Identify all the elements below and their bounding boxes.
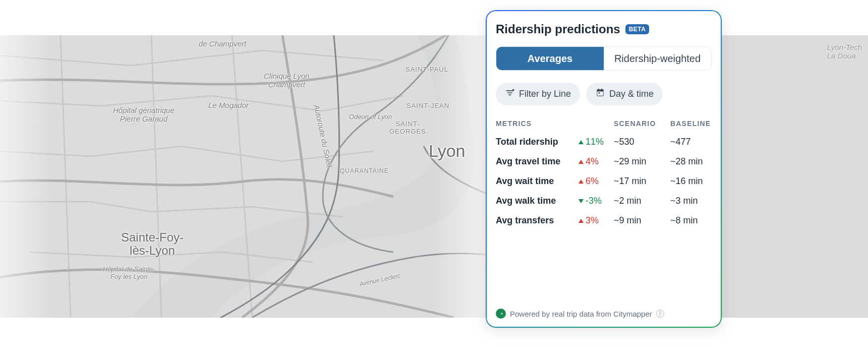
table-row: Avg walk time-3%~2 min~3 min — [496, 196, 712, 206]
map-label-lyontech: Lyon-Tech La Doua — [827, 43, 862, 60]
baseline-value: ~8 min — [670, 215, 721, 226]
globe-icon — [656, 310, 664, 318]
panel-title-row: Ridership predictions BETA — [496, 22, 712, 36]
table-row: Avg travel time4%~29 min~28 min — [496, 156, 712, 167]
panel-footer: Powered by real trip data from Citymappe… — [496, 309, 664, 319]
map-canvas[interactable]: de Champvert Clinique Lyon Champvert Le … — [0, 35, 868, 318]
view-toggle: Averages Ridership-weighted — [496, 46, 712, 71]
map-label-mogador: Le Mogador — [208, 101, 249, 109]
map-label-hopfoyles: Hôpital de Sainte- Foy les Lyon — [103, 265, 155, 280]
metric-name: Avg transfers — [496, 215, 576, 226]
baseline-value: ~477 — [670, 137, 721, 147]
day-time-label: Day & time — [609, 89, 654, 99]
col-scenario: SCENARIO — [614, 119, 668, 128]
footer-text: Powered by real trip data from Citymappe… — [510, 310, 652, 318]
map-label-quarantaine: QUARANTAINE — [340, 167, 389, 174]
citymapper-icon — [496, 309, 506, 319]
map-city-name: Lyon — [429, 141, 465, 161]
metric-delta: 4% — [578, 156, 612, 167]
filter-by-line-label: Filter by Line — [519, 89, 571, 99]
scenario-value: ~2 min — [614, 196, 668, 206]
trend-up-icon — [578, 179, 584, 184]
metric-name: Avg wait time — [496, 176, 576, 187]
day-time-button[interactable]: Day & time — [586, 83, 663, 105]
delta-value: 11% — [586, 137, 604, 147]
beta-badge: BETA — [625, 24, 650, 34]
map-label-clinique: Clinique Lyon Champvert — [264, 72, 310, 89]
map-label-saintjean: SAINT-JEAN — [407, 102, 449, 109]
table-row: Total ridership11%~530~477 — [496, 137, 712, 147]
tab-ridership-weighted[interactable]: Ridership-weighted — [604, 47, 711, 70]
metric-delta: 6% — [578, 176, 612, 187]
filter-row: Filter by Line Day & time — [496, 83, 712, 105]
trend-up-icon — [578, 219, 584, 223]
metric-name: Avg walk time — [496, 196, 576, 206]
delta-value: 3% — [586, 215, 599, 226]
table-row: Avg transfers3%~9 min~8 min — [496, 215, 712, 226]
metric-delta: 3% — [578, 215, 612, 226]
table-header: METRICS SCENARIO BASELINE — [496, 119, 712, 128]
baseline-value: ~28 min — [670, 156, 721, 167]
svg-point-1 — [512, 89, 514, 91]
trend-up-icon — [578, 160, 584, 164]
scenario-value: ~9 min — [614, 215, 668, 226]
filter-by-line-button[interactable]: Filter by Line — [496, 83, 580, 105]
map-label-garaud: Hôpital gériatrique Pierre Garaud — [113, 106, 175, 123]
metric-delta: -3% — [578, 196, 612, 206]
map-suburb-name: Sainte-Foy- lès-Lyon — [121, 231, 184, 258]
panel-title: Ridership predictions — [496, 22, 620, 36]
map-label-stgeorges: SAINT- GEORGES — [389, 120, 426, 135]
delta-value: 4% — [586, 156, 599, 167]
baseline-value: ~16 min — [670, 176, 721, 187]
tab-averages[interactable]: Averages — [496, 47, 604, 70]
calendar-icon — [595, 88, 605, 100]
metric-name: Total ridership — [496, 137, 576, 147]
metric-name: Avg travel time — [496, 156, 576, 167]
trend-up-icon — [578, 140, 584, 144]
delta-value: 6% — [586, 176, 599, 187]
metric-delta: 11% — [578, 137, 612, 147]
baseline-value: ~3 min — [670, 196, 721, 206]
map-label-odeon: Odeon of Lyon — [349, 113, 392, 121]
table-row: Avg wait time6%~17 min~16 min — [496, 176, 712, 187]
map-label-saintpaul: SAINT-PAUL — [406, 66, 448, 73]
scenario-value: ~29 min — [614, 156, 668, 167]
ridership-panel: Ridership predictions BETA Averages Ride… — [486, 10, 722, 328]
metrics-table: METRICS SCENARIO BASELINE Total ridershi… — [496, 119, 712, 226]
scenario-value: ~17 min — [614, 176, 668, 187]
filter-icon — [505, 88, 515, 100]
scenario-value: ~530 — [614, 137, 668, 147]
col-metrics: METRICS — [496, 119, 576, 128]
map-label-champvert: de Champvert — [199, 39, 246, 48]
delta-value: -3% — [586, 196, 602, 206]
trend-down-icon — [578, 199, 584, 203]
col-baseline: BASELINE — [670, 119, 721, 128]
